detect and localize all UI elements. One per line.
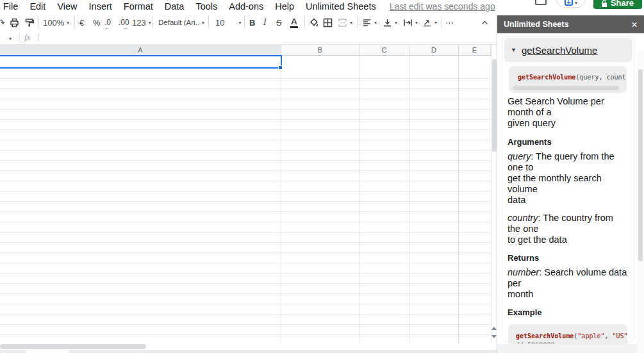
text-wrap-button[interactable]: ▾	[403, 14, 418, 31]
format-currency-button[interactable]: €	[79, 14, 84, 31]
function-title-row[interactable]: ▼ getSearchVolume	[504, 38, 632, 62]
strikethrough-icon: S	[276, 18, 282, 28]
text-rotation-button[interactable]: ▾	[422, 14, 437, 31]
active-sheet-tab[interactable]	[26, 350, 69, 353]
column-header-d[interactable]: D	[409, 45, 459, 56]
share-button-label: Share	[611, 0, 634, 7]
scroll-up-icon[interactable]	[491, 327, 497, 330]
more-formats-button[interactable]: 123▾	[132, 14, 151, 31]
menu-edit[interactable]: Edit	[24, 1, 51, 12]
formula-bar[interactable]: ▾ fx	[0, 31, 497, 45]
argument-country: country: The country from the one to get…	[508, 213, 629, 245]
chevron-down-icon: ▾	[238, 20, 241, 26]
bold-button[interactable]: B	[249, 14, 255, 31]
vertical-scrollbar[interactable]	[491, 45, 497, 343]
italic-button[interactable]: I	[263, 14, 267, 31]
vertical-scroll-arrows[interactable]	[491, 324, 497, 343]
more-toolbar-button[interactable]: ⋯	[445, 14, 454, 31]
font-size-value: 10	[215, 18, 224, 28]
merge-cells-button[interactable]: ▾	[338, 14, 352, 31]
font-size-select[interactable]: 10▾	[215, 14, 242, 31]
arrow-right-icon: →	[122, 25, 128, 31]
toolbar-separator	[38, 17, 39, 28]
hide-toolbar-button[interactable]	[481, 14, 489, 31]
decrease-decimal-button[interactable]: .0←	[104, 14, 111, 31]
column-header-a[interactable]: A	[0, 45, 281, 56]
redo-button[interactable]: ↷	[0, 14, 5, 31]
vertical-scrollbar-thumb[interactable]	[492, 59, 497, 152]
formula-bar-separator	[19, 33, 20, 42]
grid-rows[interactable]	[0, 69, 491, 343]
addon-sidebar: Unlimited Sheets × ▼ getSearchVolume get…	[497, 15, 644, 353]
increase-decimal-button[interactable]: .00→	[119, 14, 129, 31]
menu-file[interactable]: File	[3, 1, 24, 12]
name-box-caret-icon[interactable]: ▾	[9, 36, 12, 42]
text-color-button[interactable]: A	[290, 14, 298, 31]
toolbar-separator	[208, 17, 209, 28]
horizontal-scrollbar-thumb[interactable]	[0, 344, 146, 349]
spreadsheet-grid[interactable]: A B C D E	[0, 45, 497, 353]
example-heading: Example	[508, 308, 629, 317]
share-button[interactable]: Share	[593, 0, 642, 9]
horizontal-align-button[interactable]: ▾	[362, 14, 377, 31]
vertical-align-button[interactable]: ▾	[383, 14, 397, 31]
chevron-down-icon: ▾	[67, 20, 69, 26]
menu-unlimited-sheets[interactable]: Unlimited Sheets	[300, 1, 382, 12]
font-family-value: Default (Ari...	[158, 19, 199, 26]
menu-insert[interactable]: Insert	[83, 1, 118, 12]
menu-format[interactable]: Format	[118, 1, 159, 12]
close-icon[interactable]: ×	[631, 19, 638, 30]
sidebar-scrollbar-thumb[interactable]	[638, 69, 643, 261]
menu-view[interactable]: View	[51, 1, 83, 12]
zoom-select[interactable]: 100%▾	[43, 14, 69, 31]
sidebar-title: Unlimited Sheets	[504, 20, 631, 29]
function-signature-block: getSearchVolume(query, country)	[509, 66, 627, 93]
function-name-link[interactable]: getSearchVolume	[522, 45, 597, 56]
sidebar-header: Unlimited Sheets ×	[497, 15, 644, 33]
menu-help[interactable]: Help	[269, 1, 300, 12]
column-header-c[interactable]: C	[359, 45, 409, 56]
returns-value: number: Search volume data per month	[508, 267, 629, 300]
strikethrough-button[interactable]: S	[276, 14, 282, 31]
print-button[interactable]	[10, 14, 19, 31]
column-header-b[interactable]: B	[281, 45, 359, 56]
scroll-down-icon[interactable]	[491, 335, 497, 338]
paint-format-button[interactable]	[25, 14, 35, 31]
text-rotation-icon	[422, 18, 432, 28]
more-icon: ⋯	[445, 18, 454, 28]
chevron-down-icon: ▾	[575, 0, 577, 6]
zoom-value: 100%	[43, 18, 64, 28]
sheet-tabs-strip[interactable]	[0, 350, 497, 353]
euro-icon: €	[79, 18, 84, 28]
returns-heading: Returns	[508, 253, 629, 263]
toolbar-separator	[153, 17, 153, 28]
argument-query: query: The query from the one to get the…	[508, 151, 629, 206]
text-color-icon: A	[290, 17, 298, 28]
add-people-button[interactable]: + ▾	[556, 0, 586, 8]
menu-data[interactable]: Data	[159, 1, 190, 12]
borders-button[interactable]	[323, 14, 333, 31]
fill-color-button[interactable]	[310, 14, 319, 31]
chevron-down-icon: ▾	[149, 20, 151, 26]
last-edit-status[interactable]: Last edit was seconds ago	[390, 1, 495, 12]
sidebar-body: ▼ getSearchVolume getSearchVolume(query,…	[497, 33, 644, 353]
format-percent-button[interactable]: %	[93, 14, 101, 31]
fx-icon: fx	[24, 32, 30, 42]
app-window: File Edit View Insert Format Data Tools …	[0, 0, 644, 353]
fill-handle[interactable]	[278, 65, 283, 70]
grid-column-border	[281, 56, 281, 343]
formula-input-cursor	[38, 33, 39, 42]
menu-tools[interactable]: Tools	[190, 1, 223, 12]
collapse-triangle-icon[interactable]: ▼	[511, 47, 516, 53]
selected-cell-a1[interactable]	[0, 55, 282, 69]
column-header-e[interactable]: E	[459, 45, 491, 56]
horizontal-scrollbar[interactable]	[0, 343, 491, 350]
font-family-select[interactable]: Default (Ari...▾	[158, 14, 207, 31]
merge-cells-icon	[338, 18, 347, 28]
code-scrollbar-thumb[interactable]	[513, 86, 619, 90]
comment-icon[interactable]	[535, 0, 547, 5]
chevron-down-icon: ▾	[434, 20, 437, 26]
menu-addons[interactable]: Add-ons	[223, 1, 269, 12]
toolbar-separator	[244, 17, 245, 28]
sidebar-scrollbar[interactable]	[637, 51, 644, 353]
